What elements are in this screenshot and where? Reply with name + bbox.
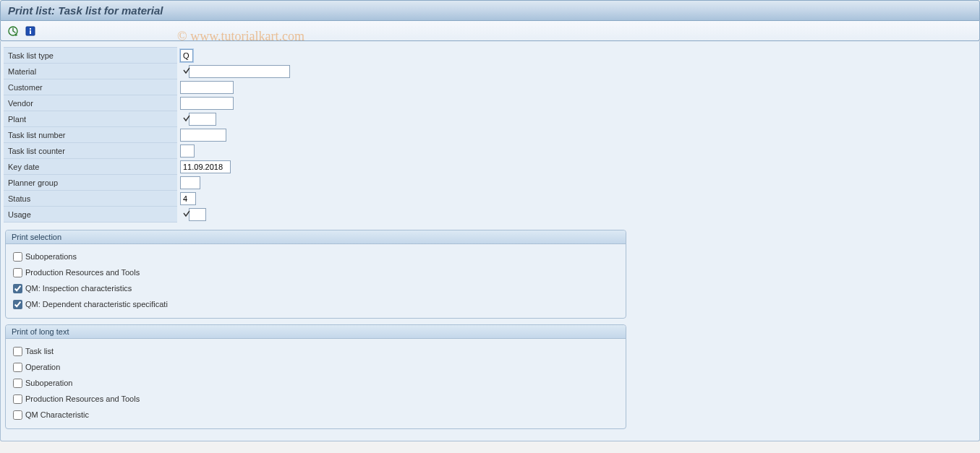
print-selection-row: QM: Inspection characteristics <box>13 280 618 296</box>
task-list-number-input[interactable] <box>180 129 226 142</box>
label-customer: Customer <box>4 79 177 95</box>
title-text: Print list: Task list for material <box>8 4 163 17</box>
page-title: Print list: Task list for material <box>0 0 980 21</box>
print-selection-checkbox[interactable] <box>13 284 22 293</box>
print-long-text-checkbox[interactable] <box>13 363 22 372</box>
print-selection-row: Production Resources and Tools <box>13 264 618 280</box>
label-task-list-counter: Task list counter <box>4 143 177 159</box>
required-icon <box>182 210 191 220</box>
label-task-list-number: Task list number <box>4 127 177 143</box>
vendor-input[interactable] <box>180 97 234 110</box>
label-plant: Plant <box>4 111 177 127</box>
usage-input[interactable] <box>189 208 206 221</box>
customer-input[interactable] <box>180 81 234 94</box>
print-selection-row: Suboperations <box>13 249 618 264</box>
clock-execute-icon <box>7 25 19 37</box>
group-title-print-long-text: Print of long text <box>6 325 626 339</box>
print-long-text-row: Operation <box>13 359 618 375</box>
plant-input[interactable] <box>189 113 216 126</box>
print-long-text-checkbox[interactable] <box>13 379 22 388</box>
print-selection-checkbox[interactable] <box>13 300 22 309</box>
form-table: Task list type Material Customer Vendor <box>4 47 293 223</box>
print-long-text-row: QM Characteristic <box>13 407 618 423</box>
toolbar <box>0 21 980 41</box>
label-task-list-type: Task list type <box>4 48 177 64</box>
print-selection-checkbox[interactable] <box>13 252 22 262</box>
info-button[interactable] <box>24 25 37 38</box>
status-input[interactable] <box>180 192 196 205</box>
print-selection-label: QM: Inspection characteristics <box>25 284 132 293</box>
label-status: Status <box>4 191 177 207</box>
label-planner-group: Planner group <box>4 175 177 191</box>
print-long-text-label: QM Characteristic <box>25 410 89 419</box>
svg-rect-2 <box>30 28 31 30</box>
task-list-type-input[interactable] <box>180 49 193 62</box>
key-date-input[interactable] <box>180 160 231 173</box>
print-long-text-checkbox[interactable] <box>13 410 22 420</box>
print-long-text-label: Task list <box>25 347 54 355</box>
group-title-print-selection: Print selection <box>6 230 626 244</box>
svg-rect-3 <box>30 30 31 34</box>
print-selection-label: QM: Dependent characteristic specificati <box>25 300 168 309</box>
print-long-text-row: Production Resources and Tools <box>13 391 618 407</box>
print-long-text-checkbox[interactable] <box>13 394 22 404</box>
content-area: © www.tutorialkart.com Task list type Ma… <box>0 41 980 441</box>
required-icon <box>182 66 191 77</box>
group-print-long-text: Print of long text Task listOperationSub… <box>5 324 626 429</box>
label-vendor: Vendor <box>4 95 177 111</box>
label-key-date: Key date <box>4 159 177 175</box>
info-icon <box>25 26 35 36</box>
required-icon <box>182 114 191 124</box>
print-long-text-label: Suboperation <box>25 379 72 387</box>
print-selection-checkbox[interactable] <box>13 268 22 277</box>
group-print-selection: Print selection SuboperationsProduction … <box>5 230 626 319</box>
print-long-text-label: Operation <box>25 363 60 371</box>
print-long-text-row: Task list <box>13 343 618 359</box>
material-input[interactable] <box>189 65 290 78</box>
print-long-text-checkbox[interactable] <box>13 347 22 356</box>
print-selection-label: Suboperations <box>25 252 77 261</box>
planner-group-input[interactable] <box>180 176 200 189</box>
label-material: Material <box>4 64 177 79</box>
print-long-text-row: Suboperation <box>13 375 618 391</box>
print-selection-label: Production Resources and Tools <box>25 268 140 277</box>
print-long-text-label: Production Resources and Tools <box>25 394 140 403</box>
label-usage: Usage <box>4 207 177 223</box>
execute-button[interactable] <box>7 25 20 38</box>
print-selection-row: QM: Dependent characteristic specificati <box>13 296 618 312</box>
task-list-counter-input[interactable] <box>180 144 195 158</box>
